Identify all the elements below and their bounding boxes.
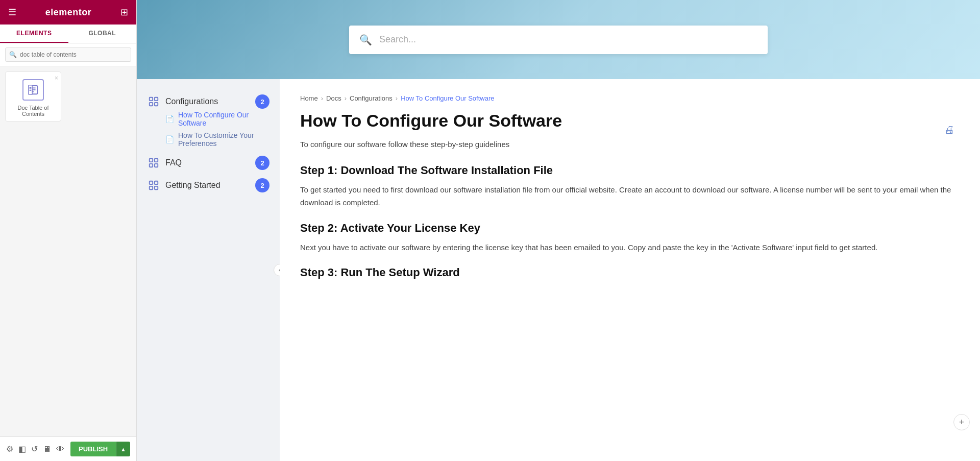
layers-icon[interactable]: ◧ — [18, 444, 26, 454]
svg-rect-11 — [155, 103, 158, 106]
publish-button[interactable]: PUBLISH — [70, 442, 116, 456]
left-footer: ⚙ ◧ ↺ 🖥 👁 PUBLISH ▲ — [0, 436, 136, 461]
hero-section: 🔍 Search... — [137, 0, 980, 79]
getting-started-badge: 2 — [255, 178, 270, 192]
svg-rect-9 — [155, 98, 158, 101]
svg-rect-10 — [150, 103, 153, 106]
gear-icon[interactable]: ⚙ — [6, 444, 13, 454]
app-logo: elementor — [45, 7, 92, 18]
faq-category-icon — [147, 156, 160, 169]
add-section-button[interactable]: + — [953, 414, 970, 430]
breadcrumb-docs[interactable]: Docs — [326, 94, 341, 102]
breadcrumb-current: How To Configure Our Software — [401, 94, 494, 102]
search-icon-small: 🔍 — [9, 51, 17, 58]
publish-group: PUBLISH ▲ — [70, 442, 130, 456]
getting-started-category-icon — [147, 179, 160, 192]
doc-intro: To configure our software follow these s… — [300, 138, 954, 151]
faq-label[interactable]: FAQ — [165, 158, 250, 167]
left-tabs: ELEMENTS GLOBAL — [0, 25, 136, 43]
breadcrumb-sep-3: › — [396, 94, 398, 102]
doc-sidebar: ‹ Configurations 2 — [137, 79, 280, 461]
nav-sub-item-customize[interactable]: 📄 How To Customize Your Preferences — [165, 131, 270, 148]
doc-section-text-1: To get started you need to first downloa… — [300, 183, 954, 209]
doc-content: Home › Docs › Configurations › How To Co… — [280, 79, 980, 461]
doc-icon-customize: 📄 — [165, 135, 174, 143]
svg-rect-12 — [150, 159, 153, 162]
svg-rect-14 — [150, 164, 153, 167]
widget-icon — [22, 79, 44, 101]
widget-area: × Doc Table of Contents — [0, 66, 136, 436]
left-header: ☰ elementor ⊞ — [0, 0, 136, 25]
doc-section-text-2: Next you have to activate our software b… — [300, 241, 954, 254]
history-icon[interactable]: ↺ — [31, 444, 38, 454]
print-icon[interactable]: 🖨 — [944, 124, 954, 136]
breadcrumb-sep-2: › — [345, 94, 347, 102]
svg-rect-8 — [150, 98, 153, 101]
tab-elements[interactable]: ELEMENTS — [0, 25, 68, 43]
svg-rect-19 — [155, 186, 158, 189]
configurations-label[interactable]: Configurations — [165, 97, 250, 106]
breadcrumb-home[interactable]: Home — [300, 94, 318, 102]
svg-rect-16 — [150, 181, 153, 184]
doc-section-heading-3: Step 3: Run The Setup Wizard — [300, 266, 954, 279]
nav-sub-item-configure[interactable]: 📄 How To Configure Our Software — [165, 111, 270, 127]
element-search-input[interactable] — [5, 47, 131, 62]
svg-rect-17 — [155, 181, 158, 184]
nav-category-getting-started: Getting Started 2 — [147, 178, 270, 192]
nav-category-configurations: Configurations 2 📄 How To Configure Our … — [147, 94, 270, 148]
doc-section-heading-1: Step 1: Download The Software Installati… — [300, 164, 954, 177]
hero-search-icon: 🔍 — [359, 34, 372, 46]
doc-table-of-contents-widget[interactable]: × Doc Table of Contents — [5, 71, 61, 122]
configurations-category-icon — [147, 95, 160, 108]
hero-search-container: 🔍 Search... — [349, 26, 768, 54]
svg-rect-13 — [155, 159, 158, 162]
grid-icon[interactable]: ⊞ — [120, 7, 128, 18]
breadcrumb: Home › Docs › Configurations › How To Co… — [300, 94, 954, 102]
page-body: ‹ Configurations 2 — [137, 79, 980, 461]
hamburger-icon[interactable]: ☰ — [8, 7, 16, 18]
breadcrumb-configurations[interactable]: Configurations — [350, 94, 393, 102]
breadcrumb-sep-1: › — [321, 94, 323, 102]
sidebar-collapse-button[interactable]: ‹ — [274, 264, 280, 276]
doc-icon-configure: 📄 — [165, 115, 174, 123]
tab-global[interactable]: GLOBAL — [68, 25, 137, 43]
widget-label: Doc Table of Contents — [11, 105, 56, 117]
doc-section-heading-2: Step 2: Activate Your License Key — [300, 222, 954, 235]
left-panel: ☰ elementor ⊞ ELEMENTS GLOBAL 🔍 × — [0, 0, 137, 461]
search-bar-area: 🔍 — [0, 43, 136, 66]
hero-search-placeholder[interactable]: Search... — [379, 34, 416, 45]
nav-category-faq: FAQ 2 — [147, 156, 270, 170]
main-content: 🔍 Search... ‹ Conf — [137, 0, 980, 461]
svg-rect-18 — [150, 186, 153, 189]
configurations-sub-items: 📄 How To Configure Our Software 📄 How To… — [147, 111, 270, 148]
getting-started-label[interactable]: Getting Started — [165, 181, 250, 190]
widget-delete-icon[interactable]: × — [55, 75, 58, 82]
svg-rect-15 — [155, 164, 158, 167]
publish-arrow-button[interactable]: ▲ — [116, 442, 130, 456]
monitor-icon[interactable]: 🖥 — [43, 445, 51, 454]
doc-title: How To Configure Our Software — [300, 110, 954, 131]
eye-icon[interactable]: 👁 — [56, 445, 64, 454]
configurations-badge: 2 — [255, 94, 270, 109]
faq-badge: 2 — [255, 156, 270, 170]
